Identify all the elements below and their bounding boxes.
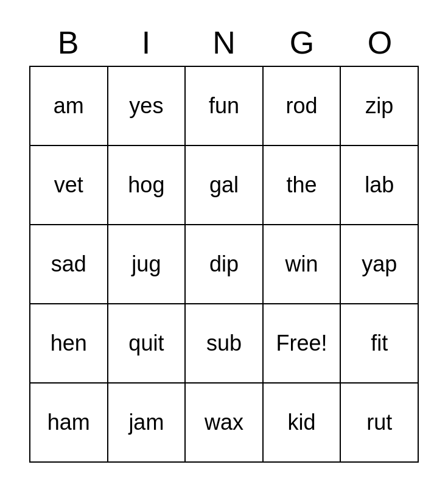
cell-r3-c2[interactable]: sub xyxy=(185,304,263,383)
cell-r4-c3[interactable]: kid xyxy=(263,383,341,462)
table-row: sadjugdipwinyap xyxy=(30,225,418,304)
header-letter-i: I xyxy=(107,24,185,61)
cell-r1-c1[interactable]: hog xyxy=(108,145,186,225)
cell-r2-c3[interactable]: win xyxy=(263,225,341,304)
cell-r0-c4[interactable]: zip xyxy=(340,66,418,145)
table-row: amyesfunrodzip xyxy=(30,66,418,145)
cell-r2-c0[interactable]: sad xyxy=(30,225,108,304)
bingo-grid: amyesfunrodzipvethoggalthelabsadjugdipwi… xyxy=(29,66,419,463)
cell-r1-c0[interactable]: vet xyxy=(30,145,108,225)
header-letter-o: O xyxy=(341,24,419,61)
cell-r0-c0[interactable]: am xyxy=(30,66,108,145)
bingo-header: B I N G O xyxy=(29,24,419,61)
cell-r2-c4[interactable]: yap xyxy=(340,225,418,304)
header-letter-b: B xyxy=(29,24,107,61)
cell-r1-c3[interactable]: the xyxy=(263,145,341,225)
cell-r4-c2[interactable]: wax xyxy=(185,383,263,462)
header-letter-g: G xyxy=(263,24,341,61)
cell-r1-c2[interactable]: gal xyxy=(185,145,263,225)
cell-r0-c1[interactable]: yes xyxy=(108,66,186,145)
cell-r3-c0[interactable]: hen xyxy=(30,304,108,383)
bingo-card: B I N G O amyesfunrodzipvethoggalthelabs… xyxy=(17,12,431,475)
cell-r0-c3[interactable]: rod xyxy=(263,66,341,145)
header-letter-n: N xyxy=(185,24,263,61)
table-row: hamjamwaxkidrut xyxy=(30,383,418,462)
cell-r4-c1[interactable]: jam xyxy=(108,383,186,462)
cell-r4-c4[interactable]: rut xyxy=(340,383,418,462)
table-row: vethoggalthelab xyxy=(30,145,418,225)
cell-r4-c0[interactable]: ham xyxy=(30,383,108,462)
cell-r2-c1[interactable]: jug xyxy=(108,225,186,304)
table-row: henquitsubFree!fit xyxy=(30,304,418,383)
cell-r3-c1[interactable]: quit xyxy=(108,304,186,383)
cell-r1-c4[interactable]: lab xyxy=(340,145,418,225)
cell-r0-c2[interactable]: fun xyxy=(185,66,263,145)
cell-r2-c2[interactable]: dip xyxy=(185,225,263,304)
cell-r3-c4[interactable]: fit xyxy=(340,304,418,383)
cell-r3-c3[interactable]: Free! xyxy=(263,304,341,383)
